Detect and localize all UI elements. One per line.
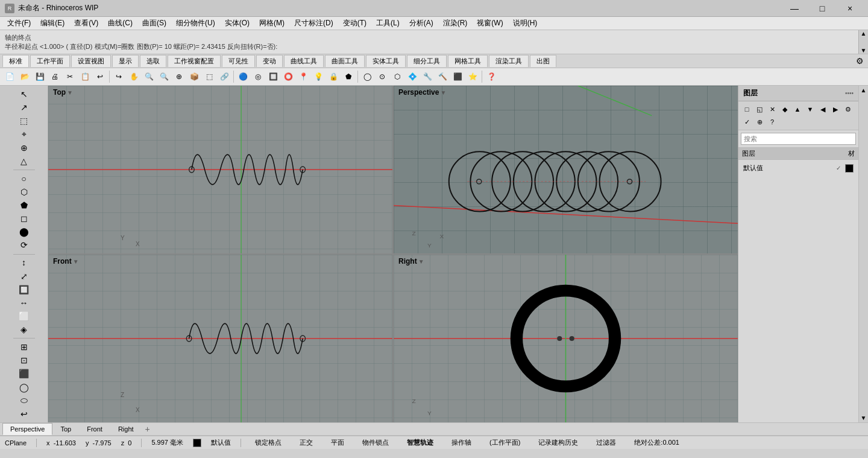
toolbar-btn-20[interactable]: 💡 [311, 69, 326, 84]
status-snap-__[interactable]: 正交 [295, 438, 317, 448]
toolbar-btn-31[interactable]: ❓ [484, 69, 498, 84]
toolbar-btn-30[interactable]: ⭐ [465, 69, 480, 84]
sidebar-tool-11[interactable]: ⟳ [13, 239, 35, 251]
toolbar-tab-9[interactable]: 曲面工具 [325, 55, 365, 67]
sidebar-tool-16[interactable]: ⬜ [13, 310, 35, 322]
toolbar-tab-13[interactable]: 渲染工具 [489, 55, 529, 67]
menubar-item[interactable]: 网格(M) [254, 17, 289, 30]
toolbar-tab-7[interactable]: 变动 [256, 55, 283, 67]
toolbar-btn-0[interactable]: 📄 [2, 69, 17, 84]
viewport-perspective[interactable]: Perspective ▼ [394, 86, 738, 253]
maximize-button[interactable]: □ [809, 0, 835, 17]
sidebar-tool-20[interactable]: ⬛ [13, 367, 35, 380]
layer-search-input[interactable] [741, 133, 856, 145]
toolbar-btn-29[interactable]: ⬛ [450, 69, 465, 84]
toolbar-btn-5[interactable]: 📋 [78, 69, 92, 84]
toolbar-btn-21[interactable]: 🔒 [326, 69, 341, 84]
view-tab-top[interactable]: Top [52, 423, 79, 435]
toolbar-btn-15[interactable]: 🔵 [236, 69, 250, 84]
viewport-top-arrow[interactable]: ▼ [67, 89, 73, 96]
toolbar-btn-18[interactable]: ⭕ [281, 69, 295, 84]
far-right-scrollbar[interactable]: ▲ ▼ [858, 86, 868, 422]
panel-btn-10[interactable]: ⊕ [753, 116, 766, 128]
toolbar-btn-19[interactable]: 📍 [296, 69, 310, 84]
status-snap-__[interactable]: 平面 [327, 438, 348, 448]
viewport-top[interactable]: Top ▼ Y X Y X [48, 86, 392, 253]
toolbar-btn-7[interactable]: ↪ [112, 69, 126, 84]
sidebar-tool-15[interactable]: ↔ [13, 297, 35, 309]
scroll-up-icon[interactable]: ▲ [860, 86, 868, 95]
sidebar-tool-22[interactable]: ⬭ [13, 395, 35, 407]
sidebar-tool-2[interactable]: ⬚ [13, 115, 35, 127]
toolbar-btn-8[interactable]: ✋ [127, 69, 141, 84]
menubar-item[interactable]: 渲染(R) [438, 17, 473, 30]
menubar-item[interactable]: 视窗(W) [472, 17, 508, 30]
sidebar-tool-14[interactable]: 🔲 [13, 284, 35, 296]
sidebar-tool-23[interactable]: ↩ [13, 408, 35, 420]
menubar-item[interactable]: 细分物件(U) [171, 17, 220, 30]
status-snap-__________[interactable]: 绝对公差:0.001 [630, 438, 684, 448]
toolbar-btn-27[interactable]: 🔧 [420, 69, 435, 84]
toolbar-settings-icon[interactable]: ⚙ [854, 55, 866, 67]
status-snap-______[interactable]: (工作平面) [485, 438, 524, 448]
scroll-down-icon[interactable]: ▼ [860, 413, 868, 422]
layer-color-default[interactable] [845, 164, 854, 173]
sidebar-tool-10[interactable]: ⬤ [13, 226, 35, 238]
menubar-item[interactable]: 曲面(S) [137, 17, 171, 30]
cmdscroll-up[interactable]: ▲ [859, 30, 868, 37]
toolbar-btn-24[interactable]: ⊙ [375, 69, 389, 84]
sidebar-tool-0[interactable]: ↖ [13, 88, 35, 100]
toolbar-btn-26[interactable]: 💠 [405, 69, 420, 84]
toolbar-tab-12[interactable]: 网格工具 [448, 55, 488, 67]
menubar-item[interactable]: 说明(H) [508, 17, 542, 30]
toolbar-btn-1[interactable]: 📂 [17, 69, 32, 84]
toolbar-btn-3[interactable]: 🖨 [48, 69, 62, 84]
viewport-perspective-arrow[interactable]: ▼ [440, 89, 446, 96]
view-tab-perspective[interactable]: Perspective [2, 423, 52, 435]
status-snap-____[interactable]: 锁定格点 [251, 438, 286, 448]
sidebar-tool-4[interactable]: ⊕ [13, 142, 35, 154]
toolbar-btn-25[interactable]: ⬡ [390, 69, 404, 84]
panel-btn-7[interactable]: ▶ [829, 103, 841, 115]
sidebar-tool-12[interactable]: ↕ [13, 256, 35, 269]
viewport-right-arrow[interactable]: ▼ [418, 258, 424, 265]
toolbar-btn-17[interactable]: 🔲 [266, 69, 280, 84]
panel-btn-9[interactable]: ✓ [741, 116, 753, 128]
status-snap-___[interactable]: 操作轴 [447, 438, 476, 448]
toolbar-tab-10[interactable]: 实体工具 [366, 55, 406, 67]
toolbar-btn-13[interactable]: ⬚ [202, 69, 216, 84]
panel-btn-6[interactable]: ◀ [817, 103, 829, 115]
status-snap-____[interactable]: 物件锁点 [358, 438, 393, 448]
status-snap-______[interactable]: 记录建构历史 [534, 438, 582, 448]
view-tab-front[interactable]: Front [79, 423, 110, 435]
toolbar-btn-2[interactable]: 💾 [33, 69, 47, 84]
sidebar-tool-17[interactable]: ◈ [13, 323, 35, 336]
status-snap-____[interactable]: 智慧轨迹 [403, 438, 438, 448]
panel-btn-3[interactable]: ◆ [779, 103, 791, 115]
toolbar-tab-0[interactable]: 标准 [2, 55, 29, 67]
toolbar-btn-9[interactable]: 🔍 [142, 69, 156, 84]
toolbar-tab-1[interactable]: 工作平面 [30, 55, 70, 67]
toolbar-btn-10[interactable]: 🔍 [157, 69, 171, 84]
sidebar-tool-1[interactable]: ↗ [13, 101, 35, 113]
toolbar-tab-4[interactable]: 选取 [140, 55, 166, 67]
close-button[interactable]: × [837, 0, 863, 17]
panel-btn-8[interactable]: ⚙ [842, 103, 854, 115]
toolbar-btn-6[interactable]: ↩ [93, 69, 107, 84]
menubar-item[interactable]: 文件(F) [2, 17, 36, 30]
toolbar-tab-11[interactable]: 细分工具 [407, 55, 447, 67]
toolbar-btn-14[interactable]: 🔗 [217, 69, 231, 84]
menubar-item[interactable]: 尺寸标注(D) [289, 17, 338, 30]
toolbar-btn-28[interactable]: 🔨 [435, 69, 450, 84]
sidebar-tool-19[interactable]: ⊡ [13, 354, 35, 366]
viewport-right[interactable]: Right ▼ Z Y [394, 255, 738, 422]
toolbar-btn-16[interactable]: ◎ [251, 69, 265, 84]
panel-btn-0[interactable]: □ [741, 103, 753, 115]
panel-btn-1[interactable]: ◱ [753, 103, 766, 115]
sidebar-tool-8[interactable]: ⬟ [13, 199, 35, 211]
toolbar-btn-4[interactable]: ✂ [63, 69, 77, 84]
viewport-front-arrow[interactable]: ▼ [73, 258, 79, 265]
view-tab-right[interactable]: Right [110, 423, 142, 435]
add-view-tab-button[interactable]: + [142, 423, 154, 435]
menubar-item[interactable]: 工具(L) [371, 17, 404, 30]
